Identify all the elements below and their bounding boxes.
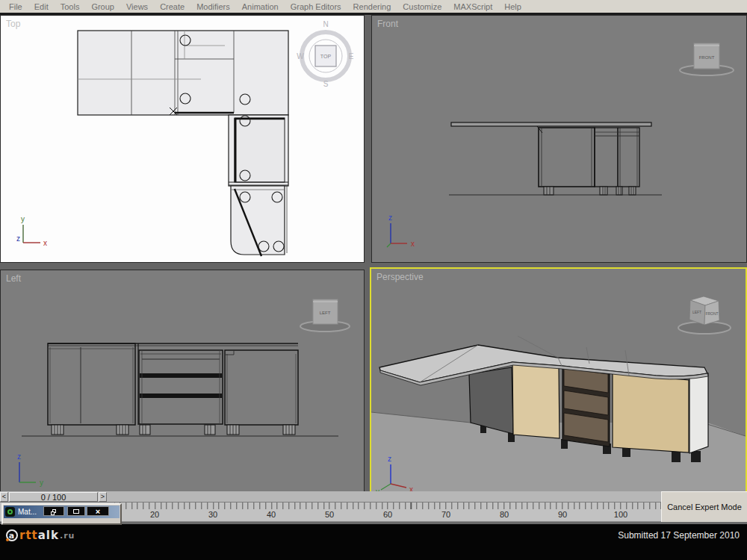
menu-help[interactable]: Help bbox=[498, 2, 527, 11]
viewport-left[interactable]: Left bbox=[0, 270, 365, 502]
ruler-label: 30 bbox=[208, 510, 217, 519]
svg-text:S: S bbox=[323, 80, 329, 88]
restore-window-button[interactable] bbox=[43, 506, 64, 516]
perspective-view-shaded: LEFT FRONT z y x bbox=[371, 269, 746, 504]
viewport-front-label[interactable]: Front bbox=[377, 19, 398, 29]
viewport-perspective-label[interactable]: Perspective bbox=[376, 272, 424, 282]
viewcube-front: FRONT bbox=[680, 43, 734, 75]
menu-modifiers[interactable]: Modifiers bbox=[190, 2, 236, 11]
axis-tripod-top: y x z bbox=[16, 215, 47, 247]
submitted-date-text: Submitted 17 September 2010 bbox=[618, 530, 740, 541]
menu-file[interactable]: File bbox=[3, 2, 28, 11]
logo-tld: .ru bbox=[60, 531, 75, 541]
menu-rendering[interactable]: Rendering bbox=[347, 2, 397, 11]
time-slider[interactable]: < 0 / 100 > bbox=[0, 491, 661, 503]
menu-tools[interactable]: Tools bbox=[55, 2, 86, 11]
axis-tripod-front: z x bbox=[387, 214, 415, 248]
viewcube-perspective: LEFT FRONT bbox=[678, 296, 731, 334]
svg-text:x: x bbox=[411, 240, 415, 248]
menu-customize[interactable]: Customize bbox=[397, 2, 447, 11]
svg-text:z: z bbox=[16, 234, 20, 243]
svg-text:W: W bbox=[297, 52, 304, 60]
material-editor-icon bbox=[5, 507, 15, 517]
svg-text:LEFT: LEFT bbox=[692, 310, 701, 314]
logo-text-white: alk bbox=[38, 529, 59, 542]
top-view-wireframe: TOP N S W E y x z bbox=[1, 16, 365, 263]
max-application-window: File Edit Tools Group Views Create Modif… bbox=[0, 0, 747, 560]
logo-text-orange: rtt bbox=[19, 529, 38, 542]
svg-text:N: N bbox=[323, 20, 328, 28]
svg-text:z: z bbox=[388, 214, 392, 222]
svg-text:y: y bbox=[40, 479, 43, 487]
material-editor-title: Mat... bbox=[18, 508, 37, 516]
ruler-label: 70 bbox=[441, 510, 450, 519]
ruler-label: 20 bbox=[150, 510, 159, 519]
cancel-expert-mode-button[interactable]: Cancel Expert Mode bbox=[661, 491, 747, 522]
viewport-front[interactable]: Front bbox=[371, 15, 747, 263]
next-frame-button[interactable]: > bbox=[99, 492, 107, 502]
left-view-wireframe: LEFT z y bbox=[1, 270, 365, 502]
material-editor-minimized-window[interactable]: Mat... × bbox=[1, 503, 122, 525]
svg-text:z: z bbox=[388, 455, 391, 463]
menu-bar: File Edit Tools Group Views Create Modif… bbox=[0, 0, 747, 13]
footer-bar: arttalk.ru Submitted 17 September 2010 bbox=[0, 524, 747, 560]
svg-text:FRONT: FRONT bbox=[705, 311, 718, 316]
axis-tripod-left: z y bbox=[17, 452, 43, 487]
menu-edit[interactable]: Edit bbox=[28, 2, 55, 11]
viewport-left-label[interactable]: Left bbox=[6, 273, 21, 284]
menu-graph-editors[interactable]: Graph Editors bbox=[285, 2, 347, 11]
svg-text:LEFT: LEFT bbox=[320, 311, 331, 315]
viewport-area: Top bbox=[0, 15, 747, 506]
ruler-label: 80 bbox=[500, 510, 509, 519]
logo-circle-a: a bbox=[6, 529, 18, 541]
maximize-window-button[interactable] bbox=[67, 506, 85, 516]
menu-create[interactable]: Create bbox=[154, 2, 190, 11]
close-window-button[interactable]: × bbox=[87, 506, 109, 516]
front-view-wireframe: FRONT z x bbox=[372, 16, 747, 263]
menu-group[interactable]: Group bbox=[85, 2, 120, 11]
viewport-perspective[interactable]: Perspective bbox=[370, 267, 747, 505]
ruler-label: 50 bbox=[325, 510, 334, 519]
ruler-label: 100 bbox=[614, 510, 627, 519]
svg-text:z: z bbox=[17, 452, 21, 461]
ruler-label: 90 bbox=[558, 510, 567, 519]
viewport-top[interactable]: Top bbox=[0, 15, 365, 263]
svg-text:E: E bbox=[349, 52, 354, 60]
menu-maxscript[interactable]: MAXScript bbox=[447, 2, 498, 11]
time-slider-handle[interactable]: 0 / 100 bbox=[9, 492, 98, 502]
viewcube-left: LEFT bbox=[300, 299, 350, 332]
svg-text:FRONT: FRONT bbox=[699, 55, 715, 60]
svg-text:TOP: TOP bbox=[320, 54, 332, 59]
viewport-top-label[interactable]: Top bbox=[6, 19, 20, 29]
track-bar-ticks bbox=[114, 503, 661, 509]
menu-views[interactable]: Views bbox=[120, 2, 154, 11]
arttalk-watermark-logo: arttalk.ru bbox=[6, 529, 75, 542]
previous-frame-button[interactable]: < bbox=[0, 492, 8, 502]
svg-text:x: x bbox=[43, 239, 47, 247]
viewcube-top-compass: TOP N S W E bbox=[297, 20, 353, 88]
svg-text:y: y bbox=[21, 215, 25, 223]
menu-animation[interactable]: Animation bbox=[236, 2, 285, 11]
ruler-label: 40 bbox=[267, 510, 276, 519]
ruler-label: 60 bbox=[383, 510, 392, 519]
